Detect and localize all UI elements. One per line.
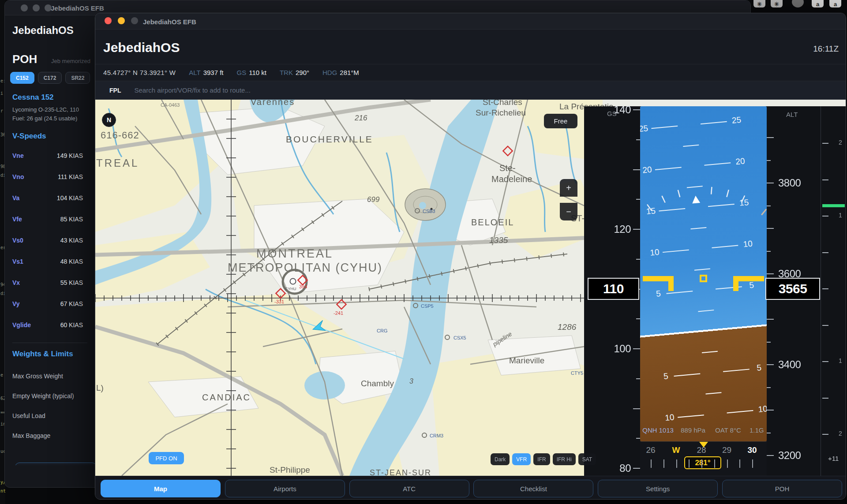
map-label: Marieville [509,356,544,365]
poh-note: Jeb memorized [51,58,90,64]
heading-scale-number: 26 [641,445,660,455]
terminal-text: e [0,373,3,377]
map-layer-sat[interactable]: SAT [578,453,596,465]
map-layer-dark[interactable]: Dark [491,453,510,465]
map-label: St-Charles [483,100,522,107]
weight-row: Empty Weight (typical) [12,386,94,406]
sidebar-map-button[interactable]: Map [15,463,95,465]
spiral-app-icon[interactable]: ✳ [771,0,783,7]
alt-tape-label: ALT [786,111,798,118]
poh-heading: POH [12,52,37,66]
speed-tape-number: 120 [610,223,631,235]
vspeed-row: Vs148 KIAS [12,252,83,273]
map-label: 216 [354,114,367,122]
status-trk: TRK290° [280,69,309,76]
map-label: Chambly [361,379,394,388]
attitude-indicator: 252520201515101055551010 [640,106,767,441]
page-title: JebediahOS [103,40,180,55]
map-layer-ifr-hi[interactable]: IFR Hi [553,453,576,465]
weight-row: Max Gross Weight [12,366,94,386]
pfd-panel: GS ALT 14012010080 3800360034003200 2525… [584,106,846,476]
map-label: Ste- [499,163,516,173]
map-layer-switcher: DarkVFRIFRIFR HiSAT [491,453,596,465]
terminal-text: r [0,108,3,113]
pressure-value: 889 hPa [681,426,705,434]
spiral-app-icon[interactable]: ✳ [753,0,765,7]
map-label: 394 [299,284,307,289]
titlebar[interactable]: JebediahOS EFB [95,13,846,30]
status-gs: GS110 kt [237,69,266,76]
weights-list: Max Gross WeightEmpty Weight (typical)Us… [12,366,94,446]
map-label: 3 [409,377,413,385]
nav-tab-settings[interactable]: Settings [598,480,718,497]
poh-sidebar: JebediahOS POH Jeb memorized C152C172SR2… [5,15,95,465]
map-label: St-Philippe [270,465,310,474]
weight-row: Useful Load [12,406,94,426]
map-label: CSB3 [423,209,435,214]
aircraft-tab-c172[interactable]: C172 [38,72,62,84]
circle-app-icon[interactable] [792,0,804,7]
map-label: 699 [367,195,380,204]
map-label: CRM3 [430,433,443,438]
heading-scale-number: 28 [692,445,711,455]
qnh-value: QNH 1013 [642,426,674,434]
minimize-icon[interactable] [118,17,125,24]
pitch-label: 25 [727,115,746,126]
vspeed-row: Vne149 KIAS [12,146,83,167]
oat-value: OAT 8°C [715,426,741,434]
nav-tab-atc[interactable]: ATC [349,480,469,497]
map-label: BELOEIL [471,217,514,227]
divider [12,343,87,343]
app-dock: ✳✳aa [746,0,847,13]
map-label: 616-662 [101,130,139,141]
pitch-label: 10 [660,412,679,423]
window-title: JebediahOS EFB [143,18,196,26]
heading-strip: 281° 26W282930 [640,441,767,476]
alt-tape-number: 3400 [778,358,801,371]
vsi-scale-number: 2 [836,139,845,146]
aircraft-tab-c152[interactable]: C152 [10,72,34,84]
vspeed-row: Vy67 KIAS [12,294,83,315]
pfd-toggle-button[interactable]: PFD ON [149,452,184,464]
map-label: MONTREAL [256,247,333,260]
speed-tape-number: 80 [610,462,631,474]
pitch-label: 5 [750,362,767,374]
map-label: CANDIAC [202,392,251,402]
route-search-input[interactable] [134,86,443,94]
zoom-out-button[interactable]: − [560,203,577,220]
pitch-label: 10 [645,247,664,258]
map-mode-button[interactable]: Free [544,114,577,128]
pitch-label: 5 [649,288,668,300]
alt-tape-number: 3200 [778,449,801,462]
app-name: JebediahOS [12,24,74,37]
map-label: Varennes [251,100,295,107]
engine-spec: Lycoming O-235-L2C, 110 [12,106,79,113]
zulu-clock: 16:11Z [813,44,839,54]
vspeeds-table: Vne149 KIASVno111 KIASVa104 KIASVfe85 KI… [12,146,83,336]
amazon-app-icon[interactable]: a [829,0,841,7]
north-indicator-button[interactable]: N [102,113,116,127]
nav-tab-checklist[interactable]: Checklist [473,480,593,497]
zoom-in-button[interactable]: + [560,179,577,197]
alt-tape-number: 3800 [778,177,801,189]
aircraft-tab-sr22[interactable]: SR22 [65,72,90,84]
map-label: -241 [334,310,343,316]
fpl-button[interactable]: FPL [109,87,121,94]
map-layer-vfr[interactable]: VFR [512,453,531,465]
vsi-scale-number: 1 [836,212,845,219]
maximize-icon[interactable] [131,17,138,24]
close-icon[interactable] [105,17,112,24]
vsi-bar [822,204,845,207]
map-label: -331 [274,299,284,304]
map-layer-ifr[interactable]: IFR [533,453,550,465]
amazon-app-icon[interactable]: a [812,0,824,7]
status-bar: 45.4727° N 73.3921° W ALT3937 ftGS110 kt… [95,64,846,81]
bottom-nav: MapAirportsATCChecklistSettingsPOH [95,476,846,500]
aircraft-name: Cessna 152 [12,93,54,102]
close-icon[interactable] [21,4,28,11]
nav-tab-airports[interactable]: Airports [225,480,345,497]
airspeed-readout: 110 [588,278,639,300]
minimize-icon[interactable] [33,4,40,11]
nav-tab-map[interactable]: Map [101,480,221,497]
nav-tab-poh[interactable]: POH [722,480,842,497]
